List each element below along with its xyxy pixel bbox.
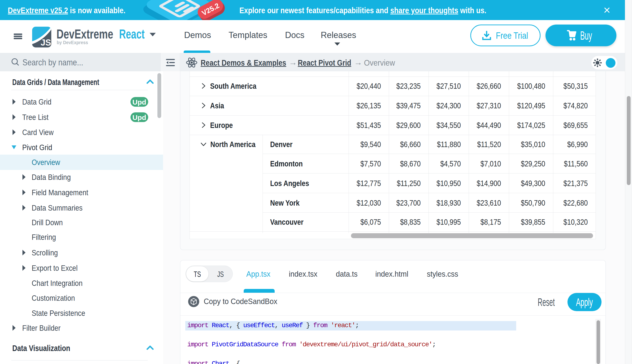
svg-text:JS: JS (41, 38, 51, 48)
